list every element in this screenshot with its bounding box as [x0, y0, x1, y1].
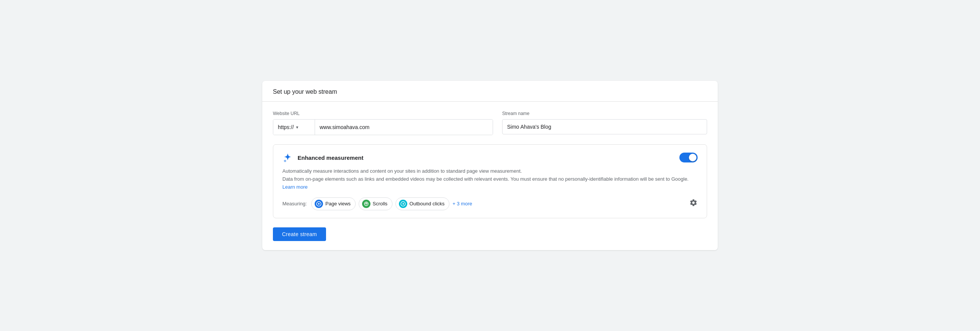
url-input-wrapper: https:// ▼ [273, 119, 493, 135]
learn-more-link[interactable]: Learn more [282, 184, 307, 190]
scrolls-icon [362, 200, 371, 208]
stream-name-group: Stream name [502, 111, 707, 134]
svg-point-1 [318, 203, 320, 205]
chip-scrolls-label: Scrolls [373, 201, 388, 207]
enhanced-desc-1: Automatically measure interactions and c… [282, 167, 698, 191]
create-stream-button[interactable]: Create stream [273, 228, 326, 241]
settings-icon[interactable] [689, 199, 698, 209]
stream-name-label: Stream name [502, 111, 707, 116]
protocol-select[interactable]: https:// ▼ [273, 119, 315, 135]
protocol-dropdown-arrow: ▼ [295, 125, 299, 129]
page-title: Set up your web stream [273, 88, 337, 95]
card-body: Website URL https:// ▼ Stream name [262, 102, 718, 250]
sparkle-icon [282, 152, 293, 163]
chip-outbound-clicks: Outbound clicks [396, 197, 450, 210]
chip-scrolls: Scrolls [359, 197, 393, 210]
toggle-thumb [689, 154, 697, 161]
website-url-group: Website URL https:// ▼ [273, 111, 493, 135]
chip-page-views: Page views [311, 197, 355, 210]
url-text-input[interactable] [315, 119, 493, 135]
card-header: Set up your web stream [262, 81, 718, 102]
enhanced-header: Enhanced measurement [282, 152, 698, 163]
page-views-icon [315, 200, 323, 208]
website-url-label: Website URL [273, 111, 493, 116]
outbound-clicks-icon [399, 200, 407, 208]
setup-card: Set up your web stream Website URL https… [262, 81, 718, 250]
form-row: Website URL https:// ▼ Stream name [273, 111, 707, 135]
stream-name-input[interactable] [502, 119, 707, 134]
enhanced-measurement-title: Enhanced measurement [298, 154, 363, 161]
measuring-label: Measuring: [282, 201, 307, 207]
enhanced-measurement-toggle[interactable] [679, 153, 698, 162]
measuring-row: Measuring: Page views [282, 197, 698, 210]
enhanced-title-row: Enhanced measurement [282, 152, 363, 163]
toggle-track [679, 153, 698, 162]
protocol-value: https:// [278, 124, 294, 130]
enhanced-measurement-box: Enhanced measurement Automatically measu… [273, 144, 707, 218]
more-link[interactable]: + 3 more [452, 201, 472, 207]
chip-page-views-label: Page views [325, 201, 350, 207]
measuring-chips: Page views Scrolls [311, 197, 472, 210]
chip-outbound-clicks-label: Outbound clicks [409, 201, 445, 207]
